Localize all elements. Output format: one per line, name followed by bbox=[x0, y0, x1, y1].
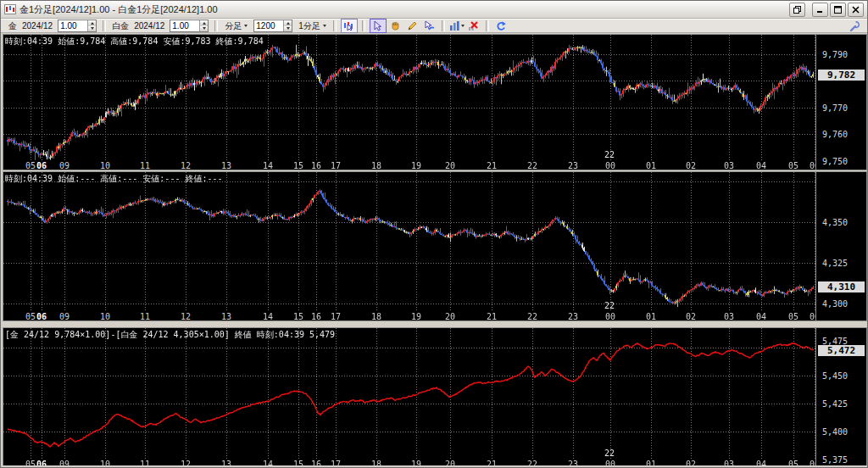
pencil-draw-tool-button[interactable] bbox=[405, 20, 420, 32]
window-title: 金1分足[2024/12]1.00 - 白金1分足[2024/12]1.00 bbox=[19, 3, 787, 16]
interval-label: 1分足 bbox=[298, 20, 320, 32]
time-axis-label: 12 bbox=[181, 161, 191, 170]
clear-indicator-button[interactable] bbox=[466, 20, 481, 32]
time-axis-label: 10 bbox=[100, 312, 110, 321]
time-axis-label: 01 bbox=[646, 161, 656, 170]
date-annotation: 22 bbox=[604, 301, 615, 310]
time-axis-label: 19 bbox=[411, 312, 421, 321]
date-annotation: 22 bbox=[604, 150, 615, 159]
toolbar: 金 2024/12 白金 2024/12 分足 bbox=[1, 19, 867, 33]
spin-down-button[interactable] bbox=[284, 26, 292, 32]
platinum-chart-panel[interactable]: 時刻:04:39 始値:--- 高値:--- 安値:--- 終値:--- 22 … bbox=[3, 171, 867, 321]
spin-down-button[interactable] bbox=[88, 26, 96, 32]
time-axis-label: 18 bbox=[371, 312, 381, 321]
chevron-down-icon bbox=[323, 25, 326, 27]
spin-down-button[interactable] bbox=[200, 26, 208, 32]
time-axis-label: 16 bbox=[311, 312, 321, 321]
price-axis-label: 5,450 bbox=[822, 371, 848, 381]
time-axis-label: 23 bbox=[568, 161, 578, 170]
price-axis-label: 9,760 bbox=[822, 130, 848, 139]
time-axis-label: 17 bbox=[331, 312, 341, 321]
chevron-down-icon bbox=[244, 25, 248, 27]
spread-chart-panel[interactable]: [金 24/12 9,784×1.00]-[白金 24/12 4,305×1.0… bbox=[3, 327, 867, 468]
time-axis-label: 16 bbox=[311, 161, 321, 170]
price-axis-label: 4,350 bbox=[822, 218, 848, 227]
toolbar-separator bbox=[486, 20, 489, 31]
chart-type-button[interactable] bbox=[449, 20, 465, 32]
time-axis-label: 11 bbox=[140, 161, 150, 170]
time-axis-label: 19 bbox=[411, 161, 421, 170]
gold-candlestick-canvas[interactable] bbox=[3, 35, 815, 161]
select-cursor-tool-button[interactable] bbox=[370, 19, 387, 33]
toolbar-separator bbox=[442, 20, 445, 31]
platinum-time-axis: 0506091011121314151617181920212223000102… bbox=[3, 312, 815, 321]
maximize-button[interactable] bbox=[830, 3, 846, 17]
platinum-candlestick-canvas[interactable] bbox=[3, 172, 815, 312]
chevron-down-icon bbox=[461, 25, 465, 27]
price-axis-label: 5,400 bbox=[822, 427, 848, 437]
gold-info-line: 時刻:04:39 始値:9,784 高値:9,784 安値:9,783 終値:9… bbox=[5, 36, 264, 47]
gold-multiplier-input[interactable] bbox=[58, 20, 87, 31]
time-axis-label: 13 bbox=[221, 312, 231, 321]
platinum-info-line: 時刻:04:39 始値:--- 高値:--- 安値:--- 終値:--- bbox=[5, 173, 223, 185]
spread-info-line: [金 24/12 9,784×1.00]-[白金 24/12 4,305×1.0… bbox=[5, 329, 335, 341]
time-axis-label: 04 bbox=[756, 161, 766, 170]
candle-cursor-tool-button[interactable] bbox=[341, 19, 358, 33]
time-axis-label: 20 bbox=[445, 161, 455, 170]
last-price-badge: 5,472 bbox=[818, 345, 865, 356]
price-axis-label: 4,300 bbox=[822, 299, 848, 309]
time-axis-label: 00 bbox=[605, 312, 615, 321]
toolbar-separator bbox=[333, 20, 337, 31]
time-axis-label: 05 bbox=[788, 161, 798, 170]
app-window: 金1分足[2024/12]1.00 - 白金1分足[2024/12]1.00 金… bbox=[0, 0, 868, 468]
time-axis-label: 13 bbox=[221, 161, 231, 170]
refresh-button[interactable] bbox=[493, 20, 509, 32]
settings-wrench-icon[interactable] bbox=[849, 20, 860, 32]
period-type-dropdown[interactable]: 分足 bbox=[225, 20, 248, 32]
spin-buttons bbox=[87, 20, 96, 31]
price-axis-label: 9,770 bbox=[822, 103, 848, 113]
toolbar-icons bbox=[330, 19, 509, 33]
time-axis-label: 20 bbox=[445, 312, 455, 321]
time-axis-label: 22 bbox=[527, 161, 537, 170]
time-axis-label: 06 bbox=[36, 312, 47, 321]
title-bar[interactable]: 金1分足[2024/12]1.00 - 白金1分足[2024/12]1.00 bbox=[1, 1, 867, 19]
time-axis-label: 09 bbox=[59, 312, 70, 321]
float-window-button[interactable] bbox=[789, 3, 805, 17]
time-axis-label: 05 bbox=[25, 161, 36, 170]
price-axis-label: 9,790 bbox=[822, 50, 848, 59]
time-axis-label: 14 bbox=[263, 161, 273, 170]
time-axis-label: 15 bbox=[293, 312, 303, 321]
time-axis-label: 01 bbox=[646, 312, 656, 321]
gold-label: 金 bbox=[8, 20, 17, 32]
price-axis-label: 5,375 bbox=[822, 455, 848, 465]
spread-line-canvas[interactable] bbox=[3, 328, 815, 460]
toolbar-separator bbox=[214, 20, 218, 31]
gold-time-axis: 0506091011121314151617181920212223000102… bbox=[3, 161, 815, 170]
time-axis-label: 03 bbox=[724, 312, 734, 321]
spin-buttons bbox=[199, 20, 208, 31]
minimize-button[interactable] bbox=[812, 3, 828, 17]
spread-price-axis: 5,4755,4505,4255,4005,3755,472 bbox=[815, 328, 866, 467]
time-axis-label: 02 bbox=[686, 161, 696, 170]
marker-tool-button[interactable] bbox=[422, 20, 437, 32]
gold-chart-panel[interactable]: 時刻:04:39 始値:9,784 高値:9,784 安値:9,783 終値:9… bbox=[3, 34, 867, 170]
close-button[interactable] bbox=[848, 3, 864, 17]
price-axis-label: 9,750 bbox=[822, 157, 848, 166]
app-chart-icon bbox=[4, 4, 16, 14]
pan-hand-tool-button[interactable] bbox=[388, 20, 403, 32]
platinum-multiplier-input[interactable] bbox=[170, 20, 199, 31]
time-axis-label: 00 bbox=[605, 161, 615, 170]
time-axis-label: 04 bbox=[756, 312, 766, 321]
platinum-label: 白金 bbox=[112, 20, 129, 32]
date-annotation: 22 bbox=[604, 448, 615, 458]
platinum-price-axis: 4,3504,3254,3004,310 bbox=[815, 172, 866, 320]
platinum-contract-label: 2024/12 bbox=[134, 21, 164, 31]
bar-count-input[interactable] bbox=[254, 20, 283, 31]
time-axis-label: 18 bbox=[371, 161, 381, 170]
time-axis-label: 23 bbox=[568, 312, 578, 321]
last-price-badge: 9,782 bbox=[818, 70, 865, 81]
time-axis-label: 22 bbox=[527, 312, 537, 321]
interval-dropdown[interactable]: 1分足 bbox=[298, 20, 326, 32]
window-bottom-border bbox=[1, 465, 867, 467]
